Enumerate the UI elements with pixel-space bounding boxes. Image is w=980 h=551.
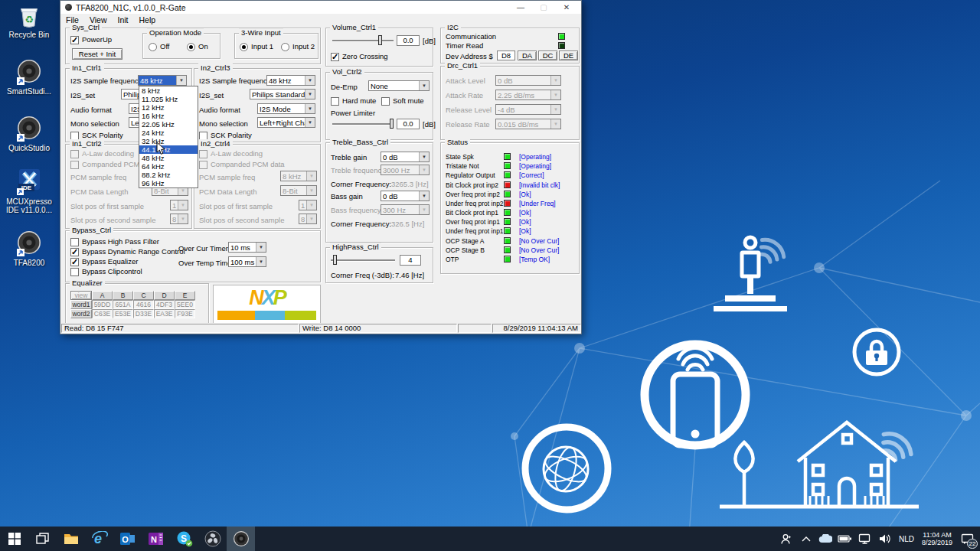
over-temp-timer-combo[interactable]: 100 ms <box>228 256 266 267</box>
power-limiter-value-field[interactable]: 0.0 <box>397 119 420 129</box>
volume-value-field[interactable]: 0.0 <box>397 35 420 46</box>
bass-gain-combo[interactable]: 0 dB <box>381 191 430 201</box>
soft-mute-row[interactable]: Soft mute <box>381 96 424 106</box>
desktop-icon-tfa8200[interactable]: TFA8200 <box>2 230 57 267</box>
chevron-down-icon[interactable] <box>305 90 315 99</box>
audio-format-combo[interactable]: I2S Mode <box>257 103 315 114</box>
chevron-down-icon[interactable] <box>305 118 315 127</box>
radio-on[interactable]: On <box>187 42 208 51</box>
menu-help[interactable]: Help <box>134 15 162 24</box>
bypass-eq-row[interactable]: Bypass Equalizer <box>70 257 138 266</box>
dropdown-item[interactable]: 32 kHz <box>139 137 198 145</box>
zero-crossing-row[interactable]: Zero Crossing <box>331 52 388 61</box>
i2s-sample-frequency-combo[interactable]: 48 kHz <box>138 75 187 86</box>
file-explorer-button[interactable] <box>57 527 85 551</box>
highpass-slider[interactable] <box>331 255 395 265</box>
taskbar-tfa8200-app-button[interactable] <box>227 527 255 551</box>
bypass-clip-checkbox[interactable] <box>70 268 79 276</box>
dropdown-item[interactable]: 48 kHz <box>139 154 198 162</box>
bypass-hpf-row[interactable]: Bypass High Pass Filter <box>70 237 159 246</box>
battery-button[interactable] <box>836 527 854 551</box>
internet-explorer-button[interactable]: e <box>85 527 113 551</box>
bypass-clip-row[interactable]: Bypass Clipcontrol <box>70 267 142 276</box>
chevron-down-icon[interactable] <box>256 243 266 252</box>
input2-radio[interactable] <box>281 43 289 51</box>
dropdown-item[interactable]: 11.025 kHz <box>139 95 198 103</box>
sck-polarity-checkbox[interactable] <box>199 132 207 140</box>
task-view-button[interactable] <box>28 527 57 551</box>
chevron-down-icon[interactable] <box>305 104 315 113</box>
desktop-icon-recycle-bin[interactable]: ♻ Recycle Bin <box>2 5 57 39</box>
outlook-button[interactable]: O <box>113 527 142 551</box>
people-button[interactable] <box>776 527 796 551</box>
close-button[interactable]: ✕ <box>555 2 578 13</box>
treble-gain-combo[interactable]: 0 dB <box>381 152 430 162</box>
onedrive-button[interactable] <box>816 527 835 551</box>
on-radio[interactable] <box>187 43 195 51</box>
language-indicator[interactable]: NLD <box>896 535 917 543</box>
chevron-down-icon[interactable] <box>305 76 315 85</box>
input1-radio[interactable] <box>240 43 248 51</box>
radio-off[interactable]: Off <box>149 42 170 51</box>
radio-input1[interactable]: Input 1 <box>240 42 273 51</box>
dropdown-item[interactable]: 88.2 kHz <box>139 171 198 179</box>
chevron-down-icon[interactable] <box>419 152 429 161</box>
zero-crossing-checkbox[interactable] <box>331 53 339 61</box>
desktop-icon-mcuxpresso[interactable]: IDE MCUXpresso IDE v11.0.0... <box>2 168 57 214</box>
obs-button[interactable] <box>198 527 227 551</box>
dropdown-item[interactable]: 24 kHz <box>139 129 198 137</box>
dropdown-item[interactable]: 16 kHz <box>139 112 198 120</box>
onenote-button[interactable]: N <box>142 527 170 551</box>
powerup-checkbox-row[interactable]: PowerUp <box>70 35 112 44</box>
radio-input2[interactable]: Input 2 <box>281 42 315 51</box>
chevron-down-icon[interactable] <box>256 257 266 266</box>
dev-address-de-button[interactable]: DE <box>559 51 578 60</box>
highpass-value-field[interactable]: 4 <box>400 255 421 266</box>
maximize-button[interactable]: ▢ <box>532 2 555 13</box>
off-radio[interactable] <box>149 43 157 51</box>
sck-polarity-checkbox[interactable] <box>70 132 79 140</box>
start-button[interactable] <box>0 527 28 551</box>
action-center-button[interactable]: 22 <box>957 529 977 549</box>
volume-button[interactable] <box>876 527 894 551</box>
menu-init[interactable]: Init <box>113 15 134 24</box>
taskbar-clock[interactable]: 11:04 AM 8/29/2019 <box>919 531 956 546</box>
i2s-set-combo[interactable]: Philips Standard I2S <box>250 89 315 99</box>
chevron-down-icon[interactable] <box>419 81 429 90</box>
dropdown-item-selected[interactable]: 44.1 kHz <box>139 145 198 154</box>
i2s-sample-frequency-combo[interactable]: 48 kHz <box>266 75 315 86</box>
bypass-eq-checkbox[interactable] <box>70 258 79 266</box>
powerup-checkbox[interactable] <box>70 36 79 44</box>
bypass-drc-checkbox[interactable] <box>70 248 79 256</box>
de-emp-combo[interactable]: None <box>368 80 430 91</box>
title-bar[interactable]: TFA8200_N1C, v1.0.0_R-Gate — ▢ ✕ <box>60 1 581 14</box>
network-button[interactable] <box>856 527 874 551</box>
chevron-down-icon[interactable] <box>419 191 429 201</box>
dropdown-item[interactable]: 96 kHz <box>139 179 198 187</box>
soft-mute-checkbox[interactable] <box>381 97 390 106</box>
bypass-drc-row[interactable]: Bypass Dynamic Range Control <box>70 247 185 256</box>
power-limiter-slider[interactable] <box>332 119 394 129</box>
eq-view-button[interactable]: view <box>70 291 92 300</box>
dropdown-item[interactable]: 8 kHz <box>139 86 198 95</box>
mono-selection-combo[interactable]: Left+Right Chan <box>257 117 315 128</box>
tray-overflow-button[interactable] <box>798 527 815 551</box>
dropdown-item[interactable]: 64 kHz <box>139 162 198 171</box>
skype-button[interactable]: S <box>170 527 198 551</box>
dev-address-dc-button[interactable]: DC <box>538 51 557 60</box>
minimize-button[interactable]: — <box>509 2 532 13</box>
desktop-icon-quickstudio[interactable]: QuickStudio <box>2 115 57 152</box>
over-cur-timer-combo[interactable]: 10 ms <box>228 242 266 253</box>
hard-mute-checkbox[interactable] <box>331 97 339 106</box>
desktop-icon-smartstudio[interactable]: SmartStudi... <box>2 58 57 96</box>
dev-address-field[interactable]: D8 <box>497 51 515 60</box>
dev-address-da-button[interactable]: DA <box>518 51 537 60</box>
dropdown-item[interactable]: 12 kHz <box>139 103 198 112</box>
chevron-down-icon[interactable] <box>176 76 186 85</box>
hard-mute-row[interactable]: Hard mute <box>331 96 376 106</box>
reset-init-button[interactable]: Reset + Init <box>72 48 122 60</box>
bypass-hpf-checkbox[interactable] <box>70 238 79 246</box>
volume-slider[interactable] <box>332 35 394 45</box>
dropdown-item[interactable]: 22.05 kHz <box>139 120 198 129</box>
sample-frequency-dropdown-list[interactable]: 8 kHz 11.025 kHz 12 kHz 16 kHz 22.05 kHz… <box>139 86 198 188</box>
